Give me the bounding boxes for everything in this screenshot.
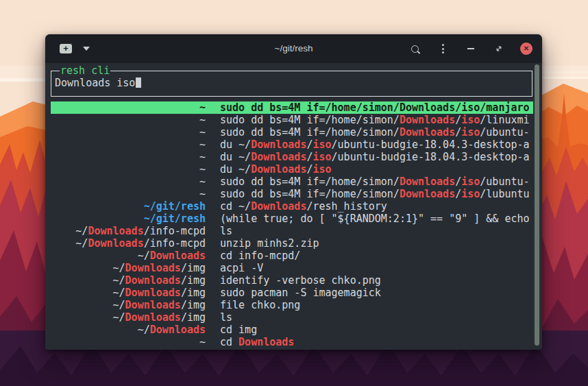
history-row[interactable]: ~/Downloads/info-mcpdunzip minhs2.zip — [51, 237, 533, 250]
row-directory: ~ — [51, 163, 206, 176]
row-command: ls — [220, 225, 232, 237]
history-row[interactable]: ~/Downloads/imgacpi -V — [51, 262, 533, 274]
row-directory: ~/Downloads/img — [51, 287, 206, 299]
history-list: ~sudo dd bs=4M if=/home/simon/Downloads/… — [51, 101, 533, 348]
history-row[interactable]: ~/git/resh(while true; do [ "${RANDOM:2:… — [51, 213, 533, 225]
menu-button[interactable] — [436, 40, 450, 57]
terminal-content: resh cli Downloads iso ~sudo dd bs=4M if… — [45, 63, 542, 350]
search-icon — [411, 45, 419, 53]
search-button[interactable] — [408, 40, 421, 57]
history-row[interactable]: ~/git/reshcd ~/Downloads/resh_history — [51, 200, 533, 213]
history-row[interactable]: ~sudo dd bs=4M if=/home/simon/Downloads/… — [51, 126, 533, 138]
history-row[interactable]: ~/Downloads/info-mcpdls — [51, 225, 533, 237]
row-command: sudo dd bs=4M if=/home/simon/Downloads/i… — [220, 114, 530, 126]
history-row[interactable]: ~/Downloadscd info-mcpd/ — [51, 250, 533, 262]
close-button[interactable] — [520, 43, 532, 55]
history-row[interactable]: ~du ~/Downloads/iso — [51, 163, 533, 176]
history-row[interactable]: ~sudo dd bs=4M if=/home/simon/Downloads/… — [51, 188, 533, 200]
kebab-menu-icon — [442, 44, 444, 53]
history-row[interactable]: ~/Downloads/imgls — [51, 311, 533, 324]
row-command: sudo dd bs=4M if=/home/simon/Downloads/i… — [220, 188, 530, 200]
row-command: acpi -V — [220, 262, 263, 274]
row-directory: ~/Downloads — [51, 324, 206, 336]
row-command: file chko.png — [220, 299, 300, 311]
row-directory: ~ — [51, 176, 206, 188]
row-directory: ~ — [51, 138, 206, 151]
row-command: sudo dd bs=4M if=/home/simon/Downloads/i… — [220, 101, 530, 114]
row-command: du ~/Downloads/iso — [220, 163, 332, 176]
row-command: cd Downloads — [220, 336, 294, 348]
history-row[interactable]: ~sudo dd bs=4M if=/home/simon/Downloads/… — [51, 114, 533, 126]
row-command: (while true; do [ "${RANDOM:2:1}" == "9"… — [220, 213, 530, 225]
row-directory: ~/Downloads/info-mcpd — [51, 225, 206, 237]
tab-list-button[interactable] — [79, 40, 93, 57]
history-row[interactable]: ~du ~/Downloads/iso/ubuntu-budgie-18.04.… — [51, 138, 533, 151]
row-directory: ~/git/resh — [51, 213, 206, 225]
search-panel: resh cli Downloads iso — [51, 71, 532, 97]
row-directory: ~/Downloads/info-mcpd — [51, 237, 206, 250]
row-command: cd info-mcpd/ — [220, 250, 300, 262]
new-tab-button[interactable] — [59, 40, 73, 57]
search-query-text: Downloads iso — [55, 77, 135, 89]
close-icon — [524, 45, 529, 52]
row-command: cd ~/Downloads/resh_history — [220, 200, 387, 213]
row-directory: ~ — [51, 188, 206, 200]
row-directory: ~ — [51, 336, 206, 348]
row-command: cd img — [220, 324, 257, 336]
row-directory: ~/Downloads — [51, 250, 206, 262]
minimize-icon — [467, 48, 474, 49]
text-cursor — [136, 77, 141, 88]
row-command: du ~/Downloads/iso/ubuntu-budgie-18.04.3… — [220, 151, 530, 163]
history-row[interactable]: ~/Downloadscd img — [51, 324, 533, 336]
restore-button[interactable] — [492, 40, 506, 57]
row-command: sudo dd bs=4M if=/home/simon/Downloads/i… — [220, 126, 530, 138]
row-command: sudo pacman -S imagemagick — [220, 287, 381, 299]
row-directory: ~ — [51, 126, 206, 138]
terminal-window: ~/git/resh re — [45, 34, 542, 350]
row-command: identify -verbose chko.png — [220, 274, 381, 287]
row-directory: ~/git/resh — [51, 200, 206, 213]
row-command: sudo dd bs=4M if=/home/simon/Downloads/i… — [220, 176, 530, 188]
history-row-selected[interactable]: ~sudo dd bs=4M if=/home/simon/Downloads/… — [51, 101, 533, 114]
search-input[interactable]: Downloads iso — [55, 71, 529, 95]
history-row[interactable]: ~sudo dd bs=4M if=/home/simon/Downloads/… — [51, 176, 533, 188]
history-row[interactable]: ~/Downloads/imgfile chko.png — [51, 299, 533, 311]
history-row[interactable]: ~du ~/Downloads/iso/ubuntu-budgie-18.04.… — [51, 151, 533, 163]
row-directory: ~ — [51, 151, 206, 163]
window-title: ~/git/resh — [275, 34, 313, 63]
row-directory: ~/Downloads/img — [51, 299, 206, 311]
row-directory: ~ — [51, 114, 206, 126]
history-row[interactable]: ~cd Downloads — [51, 336, 533, 348]
chevron-down-icon — [83, 47, 90, 51]
row-command: unzip minhs2.zip — [220, 237, 319, 250]
row-command: ls — [220, 311, 232, 324]
titlebar[interactable]: ~/git/resh — [45, 34, 542, 63]
row-command: du ~/Downloads/iso/ubuntu-budgie-18.04.3… — [220, 138, 530, 151]
row-directory: ~/Downloads/img — [51, 262, 206, 274]
row-directory: ~/Downloads/img — [51, 274, 206, 287]
scrollbar[interactable] — [535, 64, 539, 346]
history-row[interactable]: ~/Downloads/imgsudo pacman -S imagemagic… — [51, 287, 533, 299]
restore-icon — [495, 45, 503, 53]
minimize-button[interactable] — [464, 40, 478, 57]
history-row[interactable]: ~/Downloads/imgidentify -verbose chko.pn… — [51, 274, 533, 287]
row-directory: ~ — [51, 101, 206, 114]
row-directory: ~/Downloads/img — [51, 311, 206, 324]
new-tab-icon — [60, 44, 72, 53]
